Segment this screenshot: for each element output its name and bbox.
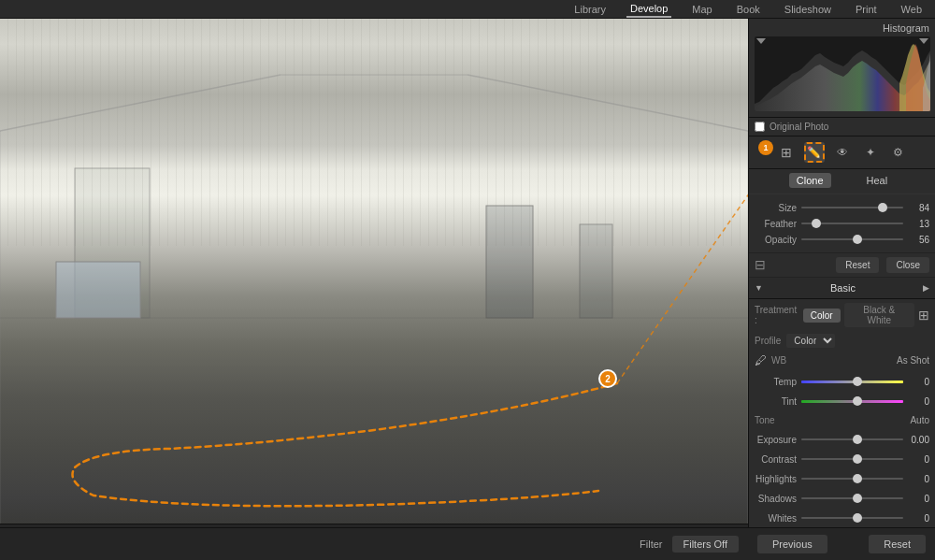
nav-slideshow[interactable]: Slideshow (781, 2, 835, 17)
histogram-svg (755, 36, 930, 111)
shadows-row: Shadows 0 (749, 490, 935, 507)
whites-value: 0 (903, 513, 929, 524)
tool-icons-row: 1 ⊞ ✏️ 👁 ✦ ⚙ (749, 136, 935, 169)
contrast-track (801, 452, 903, 466)
feather-track (801, 217, 903, 230)
tint-thumb[interactable] (853, 396, 862, 406)
tint-track (801, 395, 903, 408)
shadows-value: 0 (903, 494, 929, 504)
bw-button[interactable]: Black & White (844, 303, 914, 327)
profile-row: Profile Color (749, 331, 935, 351)
action-buttons-row: ⊟ Reset Close (749, 253, 935, 278)
highlights-thumb[interactable] (853, 474, 862, 483)
grid-icon[interactable]: ⊞ (918, 308, 929, 323)
panel-footer: Previous Reset (748, 527, 935, 560)
tool-settings-icon[interactable]: ⊟ (755, 257, 766, 273)
tool-gradient[interactable]: ✦ (860, 142, 881, 163)
temp-value: 0 (903, 377, 929, 387)
previous-button[interactable]: Previous (757, 535, 827, 553)
contrast-value: 0 (903, 454, 929, 465)
exposure-thumb[interactable] (853, 435, 862, 444)
original-photo-checkbox[interactable] (755, 122, 765, 132)
original-photo-row: Original Photo (749, 118, 935, 136)
close-button[interactable]: Close (886, 257, 929, 273)
color-button[interactable]: Color (803, 309, 841, 323)
opacity-value: 56 (903, 235, 929, 245)
exposure-track (801, 433, 903, 446)
basic-expand-icon[interactable]: ▶ (923, 283, 929, 293)
filter-label: Filter (640, 538, 662, 550)
exposure-value: 0.00 (903, 435, 929, 445)
size-track (801, 201, 903, 214)
opacity-row: Opacity 56 (755, 233, 929, 246)
photo-area: 2 (0, 19, 748, 524)
nav-library[interactable]: Library (570, 2, 610, 17)
shadows-thumb[interactable] (853, 494, 862, 503)
contrast-label: Contrast (755, 454, 801, 465)
temp-row: Temp 0 (749, 373, 935, 390)
photo-background: 2 (0, 19, 748, 524)
whites-label: Whites (755, 513, 801, 524)
tool-badge-1: 1 (758, 140, 773, 155)
top-navigation: Library Develop Map Book Slideshow Print… (0, 0, 935, 19)
tint-row: Tint 0 (749, 393, 935, 409)
whites-thumb[interactable] (853, 513, 862, 523)
original-photo-label: Original Photo (770, 122, 828, 132)
hist-shadow-marker[interactable] (756, 38, 766, 44)
nav-book[interactable]: Book (733, 2, 764, 17)
treatment-label: Treatment : (755, 305, 799, 325)
exposure-row: Exposure 0.00 (749, 431, 935, 448)
opacity-track (801, 233, 903, 246)
highlights-value: 0 (903, 474, 929, 484)
contrast-row: Contrast 0 (749, 451, 935, 467)
size-row: Size 84 (755, 201, 929, 214)
feather-value: 13 (903, 219, 929, 229)
tool-crop[interactable]: ⊞ (776, 142, 797, 163)
treatment-row: Treatment : Color Black & White ⊞ (749, 299, 935, 331)
nav-print[interactable]: Print (852, 2, 881, 17)
ceiling-texture (0, 19, 748, 246)
profile-label: Profile (755, 336, 781, 346)
feather-thumb[interactable] (812, 219, 821, 228)
eyedropper-icon[interactable]: 🖊 (755, 353, 767, 367)
filters-off-button[interactable]: Filters Off (672, 536, 739, 553)
right-panel: Histogram (748, 19, 935, 560)
contrast-thumb[interactable] (853, 454, 862, 464)
auto-button[interactable]: Auto (910, 415, 929, 425)
heal-button[interactable]: Heal (859, 173, 896, 188)
whites-track (801, 511, 903, 524)
wb-row: 🖊 WB As Shot (749, 351, 935, 370)
nav-web[interactable]: Web (898, 2, 926, 17)
nav-map[interactable]: Map (688, 2, 715, 17)
nav-develop[interactable]: Develop (626, 1, 671, 18)
tool-sliders-section: Size 84 Feather 13 Opacity 56 (749, 194, 935, 253)
profile-select[interactable]: Color (786, 334, 835, 348)
clone-heal-row: Clone Heal (749, 169, 935, 194)
tone-label: Tone (755, 415, 775, 425)
tint-label: Tint (755, 396, 801, 407)
reset-button[interactable]: Reset (836, 257, 879, 273)
tool-red-eye[interactable]: 👁 (832, 142, 853, 163)
histogram-canvas (755, 36, 930, 111)
tool-brush[interactable]: ⚙ (888, 142, 909, 163)
tone-row: Tone Auto (749, 412, 935, 428)
tint-value: 0 (903, 396, 929, 407)
temp-thumb[interactable] (853, 377, 862, 386)
highlights-track (801, 472, 903, 485)
basic-title: Basic (830, 282, 856, 294)
panel-reset-button[interactable]: Reset (869, 535, 926, 553)
size-thumb[interactable] (878, 203, 887, 212)
tool-heal[interactable]: ✏️ (804, 142, 825, 163)
opacity-thumb[interactable] (853, 235, 862, 244)
opacity-label: Opacity (755, 235, 801, 245)
feather-label: Feather (755, 219, 801, 229)
wb-label: WB (771, 355, 786, 366)
highlights-row: Highlights 0 (749, 470, 935, 487)
basic-collapse-icon[interactable]: ▼ (755, 283, 763, 293)
annotation-2: 2 (598, 369, 617, 388)
size-line (801, 207, 903, 208)
basic-header: ▼ Basic ▶ (749, 278, 935, 299)
highlights-label: Highlights (755, 474, 801, 484)
clone-button[interactable]: Clone (789, 173, 831, 188)
hist-highlight-marker[interactable] (919, 38, 928, 44)
